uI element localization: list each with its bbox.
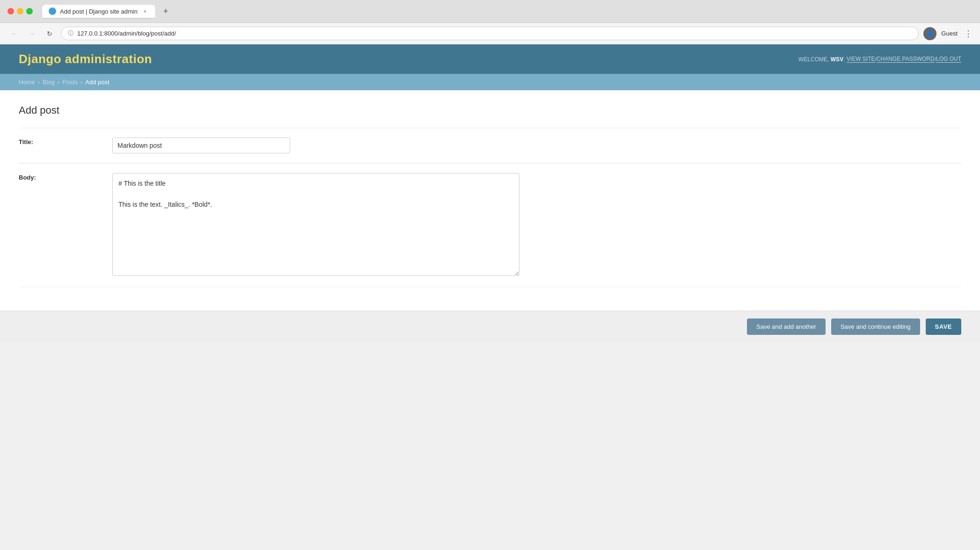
view-site-link[interactable]: VIEW SITE <box>847 56 875 63</box>
tab-title: Add post | Django site admin <box>60 8 138 15</box>
log-out-link[interactable]: LOG OUT <box>936 56 961 63</box>
main-content: Add post Title: Body: # This is the titl… <box>0 90 980 342</box>
close-window-button[interactable] <box>7 8 14 14</box>
submit-row: Save and add another Save and continue e… <box>0 311 980 342</box>
title-label: Title: <box>19 134 112 150</box>
breadcrumb-sep3: › <box>80 79 82 86</box>
browser-menu-button[interactable]: ⋮ <box>964 29 973 39</box>
back-button[interactable]: ← <box>7 27 21 40</box>
breadcrumb-home[interactable]: Home <box>19 79 35 86</box>
reload-button[interactable]: ↻ <box>43 27 56 40</box>
address-bar[interactable]: ⓘ 127.0.0.1:8000/admin/blog/post/add/ <box>61 27 919 40</box>
body-form-row: Body: # This is the title This is the te… <box>19 163 961 287</box>
security-icon: ⓘ <box>68 29 73 37</box>
body-textarea[interactable]: # This is the title This is the text. _I… <box>112 173 519 276</box>
user-avatar[interactable]: 👤 <box>923 27 936 40</box>
url-text: 127.0.0.1:8000/admin/blog/post/add/ <box>77 30 912 37</box>
title-form-row: Title: <box>19 128 961 163</box>
save-and-continue-editing-button[interactable]: Save and continue editing <box>831 318 920 335</box>
forward-button[interactable]: → <box>25 27 38 40</box>
browser-toolbar: ← → ↻ ⓘ 127.0.0.1:8000/admin/blog/post/a… <box>0 23 980 44</box>
body-field-container: # This is the title This is the text. _I… <box>112 169 961 281</box>
browser-titlebar: 🌐 Add post | Django site admin × + <box>0 0 980 23</box>
add-post-form: Title: Body: # This is the title This is… <box>19 128 961 287</box>
save-button[interactable]: SAVE <box>926 318 961 335</box>
change-password-link[interactable]: CHANGE PASSWORD <box>877 56 935 63</box>
content-area: Add post Title: Body: # This is the titl… <box>0 90 980 301</box>
user-label: Guest <box>941 30 958 37</box>
breadcrumb: Home › Blog › Posts › Add post <box>19 79 961 86</box>
traffic-lights <box>7 8 33 14</box>
body-label: Body: <box>19 169 112 186</box>
breadcrumb-current: Add post <box>85 79 109 86</box>
breadcrumb-sep1: › <box>38 79 40 86</box>
minimize-window-button[interactable] <box>17 8 23 14</box>
breadcrumb-posts[interactable]: Posts <box>62 79 78 86</box>
admin-title: Django administration <box>19 52 152 66</box>
welcome-text: WELCOME, <box>798 56 829 63</box>
breadcrumb-sep2: › <box>58 79 59 86</box>
maximize-window-button[interactable] <box>26 8 33 14</box>
form-divider-bottom <box>19 287 961 287</box>
new-tab-button[interactable]: + <box>159 5 172 18</box>
title-field-container <box>112 134 961 157</box>
breadcrumb-blog[interactable]: Blog <box>43 79 55 86</box>
save-and-add-another-button[interactable]: Save and add another <box>747 318 826 335</box>
tab-area: 🌐 Add post | Django site admin × + <box>42 5 973 18</box>
admin-user-nav: WELCOME, WSV. VIEW SITE / CHANGE PASSWOR… <box>798 56 961 63</box>
breadcrumb-bar: Home › Blog › Posts › Add post <box>0 74 980 90</box>
tab-favicon: 🌐 <box>49 7 56 15</box>
title-input[interactable] <box>112 138 290 153</box>
username: WSV <box>831 56 843 63</box>
page-title: Add post <box>19 104 961 116</box>
admin-header: Django administration WELCOME, WSV. VIEW… <box>0 44 980 74</box>
browser-frame: 🌐 Add post | Django site admin × + ← → ↻… <box>0 0 980 342</box>
browser-tab[interactable]: 🌐 Add post | Django site admin × <box>42 5 155 18</box>
tab-close-button[interactable]: × <box>141 7 149 15</box>
